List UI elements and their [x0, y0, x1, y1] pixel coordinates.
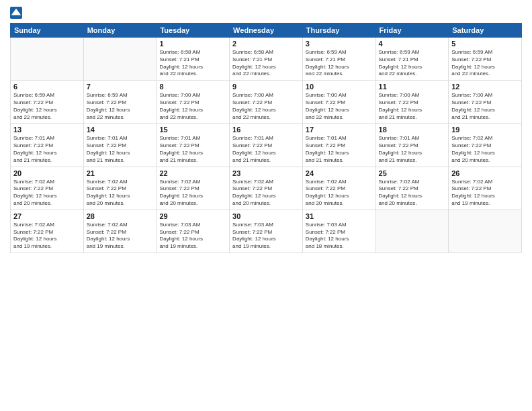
day-number: 1 [159, 40, 226, 48]
calendar-cell: 23Sunrise: 7:02 AM Sunset: 7:22 PM Dayli… [230, 167, 303, 210]
day-number: 26 [451, 169, 519, 177]
day-info: Sunrise: 7:02 AM Sunset: 7:22 PM Dayligh… [379, 179, 446, 208]
col-header-friday: Friday [375, 24, 449, 38]
day-number: 17 [306, 126, 373, 134]
week-row-3: 13Sunrise: 7:01 AM Sunset: 7:22 PM Dayli… [11, 124, 522, 167]
day-info: Sunrise: 7:02 AM Sunset: 7:22 PM Dayligh… [159, 179, 226, 208]
day-info: Sunrise: 7:02 AM Sunset: 7:22 PM Dayligh… [87, 179, 154, 208]
week-row-2: 6Sunrise: 6:59 AM Sunset: 7:22 PM Daylig… [11, 81, 522, 124]
day-number: 5 [451, 40, 519, 48]
day-number: 15 [159, 126, 226, 134]
calendar-cell: 11Sunrise: 7:00 AM Sunset: 7:22 PM Dayli… [375, 81, 449, 124]
calendar-cell: 30Sunrise: 7:03 AM Sunset: 7:22 PM Dayli… [230, 210, 303, 253]
calendar-cell: 20Sunrise: 7:02 AM Sunset: 7:22 PM Dayli… [11, 167, 84, 210]
week-row-4: 20Sunrise: 7:02 AM Sunset: 7:22 PM Dayli… [11, 167, 522, 210]
day-info: Sunrise: 6:59 AM Sunset: 7:21 PM Dayligh… [306, 49, 373, 78]
col-header-wednesday: Wednesday [230, 24, 303, 38]
day-info: Sunrise: 6:58 AM Sunset: 7:21 PM Dayligh… [232, 49, 300, 78]
day-info: Sunrise: 6:59 AM Sunset: 7:22 PM Dayligh… [451, 49, 519, 78]
day-number: 23 [232, 169, 300, 177]
day-info: Sunrise: 7:01 AM Sunset: 7:22 PM Dayligh… [159, 135, 226, 164]
calendar-table: SundayMondayTuesdayWednesdayThursdayFrid… [10, 23, 522, 253]
col-header-sunday: Sunday [11, 24, 84, 38]
day-info: Sunrise: 7:03 AM Sunset: 7:22 PM Dayligh… [232, 222, 300, 250]
day-number: 18 [379, 126, 446, 134]
day-number: 20 [13, 169, 81, 177]
calendar-cell: 26Sunrise: 7:02 AM Sunset: 7:22 PM Dayli… [449, 167, 522, 210]
day-info: Sunrise: 6:59 AM Sunset: 7:22 PM Dayligh… [87, 92, 154, 121]
day-number: 30 [232, 212, 300, 220]
calendar-cell: 27Sunrise: 7:02 AM Sunset: 7:22 PM Dayli… [11, 210, 84, 253]
calendar-cell: 7Sunrise: 6:59 AM Sunset: 7:22 PM Daylig… [83, 81, 157, 124]
calendar-cell: 22Sunrise: 7:02 AM Sunset: 7:22 PM Dayli… [157, 167, 230, 210]
day-info: Sunrise: 7:03 AM Sunset: 7:22 PM Dayligh… [306, 222, 373, 250]
calendar-cell: 5Sunrise: 6:59 AM Sunset: 7:22 PM Daylig… [449, 38, 522, 81]
calendar-cell: 9Sunrise: 7:00 AM Sunset: 7:22 PM Daylig… [230, 81, 303, 124]
day-number: 24 [306, 169, 373, 177]
day-info: Sunrise: 7:01 AM Sunset: 7:22 PM Dayligh… [13, 135, 81, 164]
calendar-cell [375, 210, 449, 253]
day-info: Sunrise: 6:58 AM Sunset: 7:21 PM Dayligh… [159, 49, 226, 78]
day-number: 4 [379, 40, 446, 48]
calendar-cell: 24Sunrise: 7:02 AM Sunset: 7:22 PM Dayli… [302, 167, 375, 210]
day-number: 13 [13, 126, 81, 134]
calendar-cell [449, 210, 522, 253]
calendar-cell: 6Sunrise: 6:59 AM Sunset: 7:22 PM Daylig… [11, 81, 84, 124]
calendar-cell [83, 38, 157, 81]
day-number: 10 [306, 83, 373, 91]
day-info: Sunrise: 7:01 AM Sunset: 7:22 PM Dayligh… [379, 135, 446, 164]
day-info: Sunrise: 7:02 AM Sunset: 7:22 PM Dayligh… [232, 179, 300, 208]
day-number: 2 [232, 40, 300, 48]
calendar-cell: 19Sunrise: 7:02 AM Sunset: 7:22 PM Dayli… [449, 124, 522, 167]
day-info: Sunrise: 7:02 AM Sunset: 7:22 PM Dayligh… [87, 222, 154, 250]
calendar-cell: 14Sunrise: 7:01 AM Sunset: 7:22 PM Dayli… [83, 124, 157, 167]
day-number: 31 [306, 212, 373, 220]
calendar-cell: 2Sunrise: 6:58 AM Sunset: 7:21 PM Daylig… [230, 38, 303, 81]
col-header-thursday: Thursday [302, 24, 375, 38]
day-number: 7 [87, 83, 154, 91]
week-row-1: 1Sunrise: 6:58 AM Sunset: 7:21 PM Daylig… [11, 38, 522, 81]
day-number: 12 [451, 83, 519, 91]
day-number: 3 [306, 40, 373, 48]
day-number: 28 [87, 212, 154, 220]
day-number: 11 [379, 83, 446, 91]
day-number: 27 [13, 212, 81, 220]
day-number: 8 [159, 83, 226, 91]
calendar-cell: 15Sunrise: 7:01 AM Sunset: 7:22 PM Dayli… [157, 124, 230, 167]
day-info: Sunrise: 7:00 AM Sunset: 7:22 PM Dayligh… [306, 92, 373, 121]
week-row-5: 27Sunrise: 7:02 AM Sunset: 7:22 PM Dayli… [11, 210, 522, 253]
day-number: 14 [87, 126, 154, 134]
day-number: 9 [232, 83, 300, 91]
calendar-cell: 1Sunrise: 6:58 AM Sunset: 7:21 PM Daylig… [157, 38, 230, 81]
header [10, 7, 522, 19]
calendar-cell: 4Sunrise: 6:59 AM Sunset: 7:21 PM Daylig… [375, 38, 449, 81]
col-header-saturday: Saturday [449, 24, 522, 38]
calendar-cell: 13Sunrise: 7:01 AM Sunset: 7:22 PM Dayli… [11, 124, 84, 167]
day-info: Sunrise: 7:00 AM Sunset: 7:22 PM Dayligh… [379, 92, 446, 121]
logo-icon [10, 7, 22, 19]
day-info: Sunrise: 7:01 AM Sunset: 7:22 PM Dayligh… [306, 135, 373, 164]
day-number: 25 [379, 169, 446, 177]
calendar-cell: 10Sunrise: 7:00 AM Sunset: 7:22 PM Dayli… [302, 81, 375, 124]
day-number: 19 [451, 126, 519, 134]
calendar-cell: 17Sunrise: 7:01 AM Sunset: 7:22 PM Dayli… [302, 124, 375, 167]
calendar-cell: 8Sunrise: 7:00 AM Sunset: 7:22 PM Daylig… [157, 81, 230, 124]
calendar-cell: 18Sunrise: 7:01 AM Sunset: 7:22 PM Dayli… [375, 124, 449, 167]
day-number: 29 [159, 212, 226, 220]
page: SundayMondayTuesdayWednesdayThursdayFrid… [0, 0, 532, 411]
calendar-cell: 12Sunrise: 7:00 AM Sunset: 7:22 PM Dayli… [449, 81, 522, 124]
day-number: 21 [87, 169, 154, 177]
day-info: Sunrise: 7:02 AM Sunset: 7:22 PM Dayligh… [306, 179, 373, 208]
day-info: Sunrise: 7:00 AM Sunset: 7:22 PM Dayligh… [159, 92, 226, 121]
day-info: Sunrise: 7:01 AM Sunset: 7:22 PM Dayligh… [232, 135, 300, 164]
calendar-cell: 3Sunrise: 6:59 AM Sunset: 7:21 PM Daylig… [302, 38, 375, 81]
calendar-cell: 31Sunrise: 7:03 AM Sunset: 7:22 PM Dayli… [302, 210, 375, 253]
logo [10, 7, 24, 19]
calendar-cell: 29Sunrise: 7:03 AM Sunset: 7:22 PM Dayli… [157, 210, 230, 253]
calendar-cell [11, 38, 84, 81]
day-info: Sunrise: 6:59 AM Sunset: 7:21 PM Dayligh… [379, 49, 446, 78]
header-row: SundayMondayTuesdayWednesdayThursdayFrid… [11, 24, 522, 38]
calendar-cell: 25Sunrise: 7:02 AM Sunset: 7:22 PM Dayli… [375, 167, 449, 210]
day-info: Sunrise: 7:01 AM Sunset: 7:22 PM Dayligh… [87, 135, 154, 164]
day-number: 16 [232, 126, 300, 134]
